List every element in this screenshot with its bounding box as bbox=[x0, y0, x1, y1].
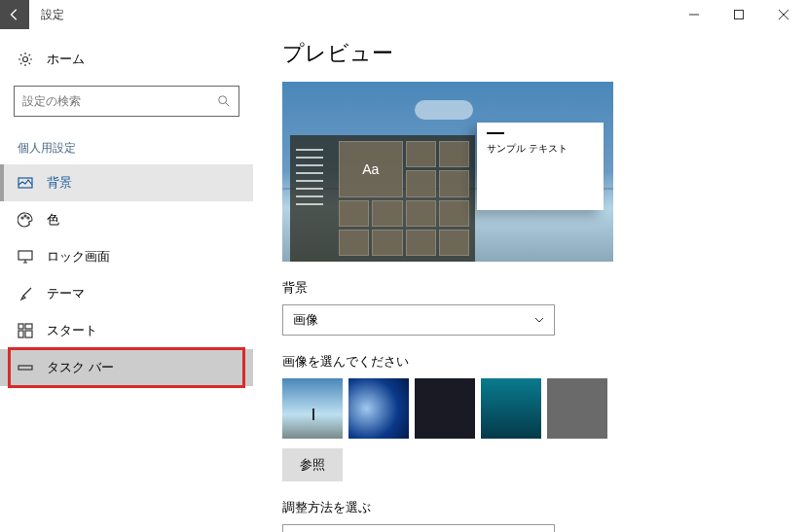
search-box[interactable] bbox=[14, 86, 239, 117]
sidebar: ホーム 個人用設定 背景 色 ロック画面 テーマ bbox=[0, 29, 253, 532]
palette-icon bbox=[18, 212, 33, 228]
chevron-down-icon bbox=[534, 315, 544, 325]
grid-icon bbox=[18, 323, 33, 338]
window-title: 設定 bbox=[41, 7, 64, 23]
svg-rect-9 bbox=[25, 324, 32, 329]
back-button[interactable] bbox=[0, 0, 29, 29]
sidebar-home-label: ホーム bbox=[47, 51, 85, 68]
monitor-icon bbox=[18, 249, 33, 265]
sidebar-item-taskbar[interactable]: タスク バー bbox=[0, 349, 253, 386]
background-label: 背景 bbox=[282, 279, 777, 297]
maximize-button[interactable] bbox=[716, 0, 761, 29]
sidebar-item-label: テーマ bbox=[47, 285, 85, 302]
svg-rect-12 bbox=[18, 366, 32, 370]
thumbnail-1[interactable] bbox=[282, 378, 343, 439]
dropdown-value: 画像 bbox=[293, 311, 318, 329]
fit-dropdown[interactable]: ページ幅に合わせる bbox=[282, 524, 555, 532]
sidebar-item-background[interactable]: 背景 bbox=[0, 164, 253, 201]
brush-icon bbox=[18, 286, 33, 301]
thumbnail-2[interactable] bbox=[348, 378, 409, 439]
gear-icon bbox=[18, 52, 33, 67]
sidebar-item-colors[interactable]: 色 bbox=[0, 201, 253, 238]
search-icon bbox=[217, 94, 231, 108]
svg-point-4 bbox=[21, 217, 23, 219]
sample-text: サンプル テキスト bbox=[487, 143, 568, 154]
preview-tile-aa: Aa bbox=[339, 141, 403, 197]
taskbar-icon bbox=[18, 360, 33, 375]
background-dropdown[interactable]: 画像 bbox=[282, 304, 555, 336]
svg-rect-0 bbox=[735, 11, 744, 19]
search-input[interactable] bbox=[22, 94, 217, 108]
pick-image-label: 画像を選んでください bbox=[282, 353, 777, 371]
svg-point-2 bbox=[219, 96, 227, 104]
svg-rect-8 bbox=[18, 324, 23, 329]
svg-point-5 bbox=[24, 215, 26, 217]
thumbnail-4[interactable] bbox=[481, 378, 541, 439]
close-button[interactable] bbox=[761, 0, 806, 29]
fit-label: 調整方法を選ぶ bbox=[282, 499, 777, 516]
picture-icon bbox=[18, 175, 33, 191]
sidebar-item-label: 背景 bbox=[47, 174, 72, 192]
sidebar-item-label: タスク バー bbox=[47, 359, 114, 376]
browse-button[interactable]: 参照 bbox=[282, 448, 343, 481]
page-title: プレビュー bbox=[282, 39, 777, 68]
sidebar-item-lockscreen[interactable]: ロック画面 bbox=[0, 238, 253, 275]
svg-rect-11 bbox=[25, 331, 32, 337]
thumbnail-3[interactable] bbox=[415, 378, 475, 439]
svg-point-1 bbox=[23, 57, 28, 62]
image-thumbnails bbox=[282, 378, 777, 439]
sidebar-item-label: ロック画面 bbox=[47, 248, 110, 266]
svg-point-6 bbox=[27, 217, 29, 219]
sidebar-item-label: スタート bbox=[47, 322, 97, 339]
preview-start-overlay: Aa bbox=[290, 135, 475, 262]
minimize-button[interactable] bbox=[672, 0, 716, 29]
thumbnail-5[interactable] bbox=[547, 378, 607, 439]
preview-image: Aa サンプル テキスト bbox=[282, 82, 613, 262]
svg-rect-10 bbox=[18, 331, 23, 337]
main-panel: プレビュー Aa サンプル テキス bbox=[253, 29, 806, 532]
highlight-annotation bbox=[8, 347, 245, 388]
svg-rect-7 bbox=[18, 251, 32, 260]
sidebar-item-themes[interactable]: テーマ bbox=[0, 275, 253, 312]
sidebar-item-label: 色 bbox=[47, 211, 59, 229]
sidebar-home[interactable]: ホーム bbox=[0, 43, 253, 76]
sidebar-item-start[interactable]: スタート bbox=[0, 312, 253, 349]
preview-sample-window: サンプル テキスト bbox=[477, 123, 604, 210]
category-header: 個人用設定 bbox=[0, 126, 253, 164]
